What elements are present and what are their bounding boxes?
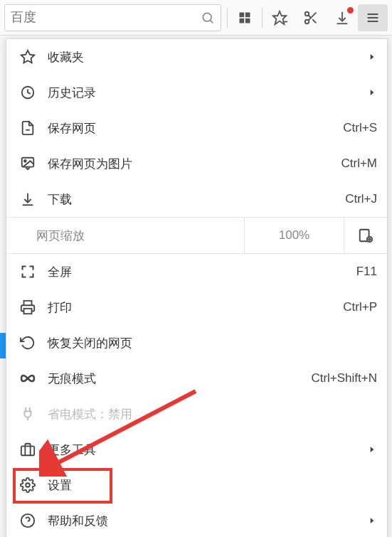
menu-item-save-page[interactable]: 保存网页 Ctrl+S	[6, 110, 387, 146]
menu-label: 恢复关闭的网页	[48, 335, 377, 351]
svg-marker-28	[371, 447, 374, 452]
zoom-label: 网页缩放	[6, 218, 245, 253]
svg-point-24	[367, 237, 372, 242]
svg-point-8	[305, 11, 309, 16]
menu-label: 打印	[48, 299, 343, 316]
menu-item-settings[interactable]: 设置	[6, 467, 387, 503]
hamburger-menu-button[interactable]	[358, 4, 388, 31]
svg-rect-5	[245, 18, 250, 23]
svg-marker-16	[21, 50, 34, 63]
menu-label: 收藏夹	[48, 49, 367, 65]
plug-icon	[18, 406, 38, 422]
notification-dot	[347, 7, 354, 14]
svg-marker-32	[371, 518, 374, 523]
search-input[interactable]	[11, 10, 201, 25]
zoom-value[interactable]: 100%	[245, 218, 344, 253]
apps-button[interactable]	[229, 4, 260, 31]
menu-item-fullscreen[interactable]: 全屏 F11	[6, 254, 387, 289]
star-icon	[18, 49, 38, 65]
menu-label: 历史记录	[48, 85, 367, 101]
bookmark-button[interactable]	[264, 4, 295, 31]
svg-point-0	[203, 13, 211, 21]
svg-point-22	[24, 160, 26, 162]
svg-point-9	[305, 19, 309, 23]
svg-rect-26	[24, 309, 32, 314]
chevron-right-icon	[367, 87, 377, 97]
clock-icon	[18, 85, 38, 100]
chevron-right-icon	[367, 52, 377, 62]
toolbar-separator	[227, 8, 228, 28]
scissors-button[interactable]	[295, 4, 327, 31]
menu-label: 无痕模式	[48, 371, 311, 387]
svg-line-11	[312, 19, 316, 23]
chevron-right-icon	[367, 516, 377, 526]
svg-line-1	[210, 20, 213, 23]
menu-label: 省电模式：禁用	[48, 406, 377, 422]
zoom-settings-icon[interactable]	[344, 218, 387, 253]
svg-rect-3	[245, 12, 250, 17]
undo-icon	[18, 335, 38, 351]
menu-label: 保存网页	[48, 120, 343, 137]
menu-item-favorites[interactable]: 收藏夹	[6, 39, 387, 75]
menu-shortcut: Ctrl+M	[341, 156, 377, 171]
svg-marker-19	[371, 90, 374, 95]
menu-label: 设置	[48, 477, 377, 494]
menu-shortcut: Ctrl+P	[343, 300, 377, 314]
toolbar-separator	[262, 8, 263, 28]
svg-rect-2	[240, 12, 245, 17]
menu-label: 更多工具	[48, 442, 367, 458]
chevron-right-icon	[367, 445, 377, 454]
menu-item-print[interactable]: 打印 Ctrl+P	[6, 289, 387, 325]
menu-item-power-save: 省电模式：禁用	[6, 396, 387, 432]
menu-label: 保存网页为图片	[48, 156, 341, 172]
menu-item-incognito[interactable]: 无痕模式 Ctrl+Shift+N	[6, 361, 387, 396]
fullscreen-icon	[18, 265, 38, 279]
menu-item-save-as-image[interactable]: 保存网页为图片 Ctrl+M	[6, 146, 387, 181]
search-icon[interactable]	[201, 11, 215, 25]
menu-item-more-tools[interactable]: 更多工具	[6, 432, 387, 467]
menu-shortcut: Ctrl+Shift+N	[311, 371, 377, 386]
gear-icon	[18, 477, 38, 493]
svg-rect-4	[240, 18, 245, 23]
svg-rect-27	[21, 446, 34, 455]
menu-item-downloads[interactable]: 下载 Ctrl+J	[6, 181, 387, 217]
print-icon	[18, 299, 38, 315]
menu-shortcut: F11	[356, 265, 377, 279]
infinity-icon	[18, 373, 38, 383]
menu-label: 帮助和反馈	[48, 513, 367, 529]
svg-line-12	[308, 15, 311, 18]
menu-shortcut: Ctrl+J	[345, 192, 377, 206]
download-button[interactable]	[327, 4, 358, 31]
menu-label: 下载	[48, 191, 345, 208]
svg-marker-17	[371, 54, 374, 60]
menu-label: 全屏	[48, 264, 356, 280]
page-icon	[18, 120, 38, 136]
main-menu: 收藏夹 历史记录 保存网页 Ctrl+S 保存网页为图片 Ctrl+M 下载 C…	[6, 38, 388, 537]
search-box[interactable]	[4, 4, 221, 31]
zoom-row: 网页缩放 100%	[6, 217, 387, 254]
menu-item-reopen-closed[interactable]: 恢复关闭的网页	[6, 325, 387, 361]
briefcase-icon	[18, 442, 38, 457]
svg-point-29	[26, 483, 30, 487]
image-icon	[18, 156, 38, 171]
download-icon	[18, 191, 38, 207]
menu-shortcut: Ctrl+S	[343, 121, 377, 135]
toolbar	[0, 0, 392, 36]
help-icon	[18, 513, 38, 528]
side-indicator	[0, 333, 6, 358]
menu-item-help[interactable]: 帮助和反馈	[6, 503, 387, 537]
menu-item-history[interactable]: 历史记录	[6, 75, 387, 110]
